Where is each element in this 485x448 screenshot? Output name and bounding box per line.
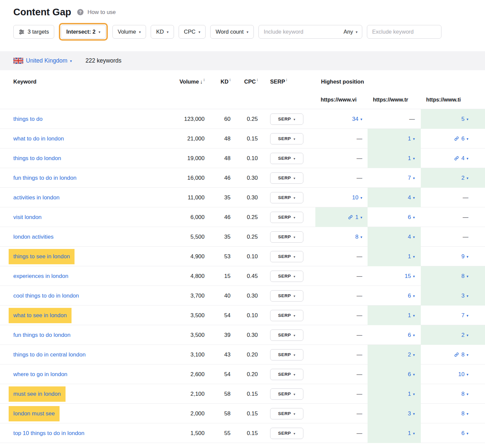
targets-button[interactable]: 3 targets — [13, 25, 54, 39]
position-value[interactable]: — — [357, 273, 362, 280]
intersect-dropdown[interactable]: Intersect: 2 ▾ — [61, 25, 106, 39]
serp-button[interactable]: SERP ▾ — [270, 251, 303, 262]
position-cell-target-3[interactable]: 5 ▾ — [421, 109, 485, 129]
filter-dropdown[interactable]: Volume ▾ — [112, 25, 146, 39]
position-value[interactable]: 6 — [461, 135, 464, 142]
position-value[interactable]: — — [463, 234, 468, 240]
position-value[interactable]: 8 — [461, 391, 464, 397]
position-cell-target-1[interactable]: — ▾ — [315, 345, 368, 364]
position-value[interactable]: — — [463, 194, 468, 201]
serp-button[interactable]: SERP ▾ — [270, 408, 303, 419]
position-value[interactable]: 6 — [408, 293, 411, 299]
position-cell-target-3[interactable]: — ▾ — [421, 207, 485, 227]
position-value[interactable]: 10 — [352, 194, 359, 201]
position-cell-target-2[interactable]: 1 ▾ — [368, 129, 421, 148]
position-cell-target-3[interactable]: 8 ▾ — [421, 345, 485, 364]
position-cell-target-1[interactable]: 1 ▾ — [315, 207, 368, 227]
exclude-keyword-input[interactable] — [372, 28, 437, 35]
position-cell-target-1[interactable]: — ▾ — [315, 325, 368, 345]
include-mode-select[interactable]: Any ▾ — [340, 29, 358, 35]
keyword-link[interactable]: things to see in london — [9, 249, 75, 264]
position-value[interactable]: 3 — [461, 293, 464, 299]
position-value[interactable]: 2 — [461, 332, 464, 338]
position-value[interactable]: 8 — [461, 273, 464, 280]
keyword-link[interactable]: what to see in london — [9, 308, 72, 323]
position-cell-target-3[interactable]: 4 ▾ — [421, 148, 485, 168]
serp-button[interactable]: SERP ▾ — [270, 172, 303, 184]
keyword-link[interactable]: where to go in london — [13, 371, 68, 377]
position-value[interactable]: 1 — [408, 430, 411, 437]
keyword-link[interactable]: things to do in central london — [13, 351, 85, 358]
serp-button[interactable]: SERP ▾ — [270, 428, 303, 439]
position-cell-target-1[interactable]: — ▾ — [315, 148, 368, 168]
position-cell-target-3[interactable]: 2 ▾ — [421, 168, 485, 188]
serp-button[interactable]: SERP ▾ — [270, 388, 303, 400]
position-cell-target-3[interactable]: 6 ▾ — [421, 423, 485, 443]
column-header-kd[interactable]: KDi — [205, 79, 231, 85]
country-select[interactable]: United Kingdom ▾ — [13, 57, 72, 64]
position-cell-target-3[interactable]: 8 ▾ — [421, 384, 485, 404]
position-value[interactable]: — — [357, 351, 362, 358]
keyword-link[interactable]: experiences in london — [13, 273, 68, 279]
filter-dropdown[interactable]: Word count ▾ — [210, 25, 254, 39]
position-cell-target-2[interactable]: 2 ▾ — [368, 345, 421, 364]
serp-button[interactable]: SERP ▾ — [270, 212, 303, 223]
position-cell-target-3[interactable]: 8 ▾ — [421, 266, 485, 286]
position-cell-target-2[interactable]: — ▾ — [368, 109, 421, 129]
position-cell-target-2[interactable]: 1 ▾ — [368, 423, 421, 443]
keyword-link[interactable]: fun things to do london — [13, 332, 71, 338]
position-value[interactable]: — — [357, 410, 362, 417]
position-cell-target-1[interactable]: — ▾ — [315, 404, 368, 423]
serp-button[interactable]: SERP ▾ — [270, 192, 303, 203]
position-value[interactable]: — — [463, 214, 468, 221]
position-cell-target-1[interactable]: 10 ▾ — [315, 188, 368, 207]
serp-button[interactable]: SERP ▾ — [270, 349, 303, 360]
position-cell-target-1[interactable]: 34 ▾ — [315, 109, 368, 129]
position-value[interactable]: 1 — [408, 312, 411, 319]
position-cell-target-1[interactable]: — ▾ — [315, 266, 368, 286]
serp-button[interactable]: SERP ▾ — [270, 133, 303, 144]
position-cell-target-2[interactable]: 6 ▾ — [368, 364, 421, 384]
position-value[interactable]: — — [357, 155, 362, 162]
position-cell-target-2[interactable]: 4 ▾ — [368, 227, 421, 247]
keyword-link[interactable]: cool things to do in london — [13, 293, 79, 299]
position-value[interactable]: 2 — [408, 351, 411, 358]
position-cell-target-3[interactable]: 3 ▾ — [421, 286, 485, 306]
position-cell-target-2[interactable]: 1 ▾ — [368, 247, 421, 266]
position-value[interactable]: 1 — [408, 253, 411, 260]
position-value[interactable]: 1 — [408, 391, 411, 397]
position-cell-target-2[interactable]: 1 ▾ — [368, 306, 421, 325]
help-icon[interactable]: ? — [77, 9, 83, 15]
position-value[interactable]: 8 — [355, 234, 358, 240]
position-value[interactable]: 5 — [461, 116, 464, 122]
position-value[interactable]: 9 — [461, 253, 464, 260]
position-cell-target-1[interactable]: — ▾ — [315, 423, 368, 443]
position-cell-target-3[interactable]: 10 ▾ — [421, 364, 485, 384]
position-cell-target-2[interactable]: 6 ▾ — [368, 207, 421, 227]
keyword-link[interactable]: london must see — [9, 406, 60, 421]
position-value[interactable]: 10 — [458, 371, 465, 378]
position-value[interactable]: 4 — [408, 234, 411, 240]
position-cell-target-1[interactable]: — ▾ — [315, 286, 368, 306]
position-value[interactable]: 7 — [461, 312, 464, 319]
position-cell-target-2[interactable]: 3 ▾ — [368, 404, 421, 423]
keyword-link[interactable]: fun things to do in london — [13, 175, 77, 181]
position-cell-target-2[interactable]: 1 ▾ — [368, 148, 421, 168]
position-value[interactable]: 6 — [461, 430, 464, 437]
position-cell-target-1[interactable]: 8 ▾ — [315, 227, 368, 247]
position-value[interactable]: — — [357, 371, 362, 378]
position-cell-target-2[interactable]: 7 ▾ — [368, 168, 421, 188]
position-cell-target-2[interactable]: 15 ▾ — [368, 266, 421, 286]
column-header-cpc[interactable]: CPCi — [231, 79, 258, 85]
include-keyword-input[interactable] — [263, 28, 340, 35]
position-value[interactable]: 8 — [461, 410, 464, 417]
keyword-link[interactable]: top 10 things to do in london — [13, 430, 84, 436]
position-value[interactable]: — — [409, 116, 415, 122]
position-cell-target-1[interactable]: — ▾ — [315, 129, 368, 148]
position-cell-target-3[interactable]: 6 ▾ — [421, 129, 485, 148]
position-cell-target-1[interactable]: — ▾ — [315, 247, 368, 266]
serp-button[interactable]: SERP ▾ — [270, 369, 303, 380]
position-cell-target-1[interactable]: — ▾ — [315, 364, 368, 384]
position-cell-target-1[interactable]: — ▾ — [315, 306, 368, 325]
position-value[interactable]: — — [357, 312, 362, 319]
